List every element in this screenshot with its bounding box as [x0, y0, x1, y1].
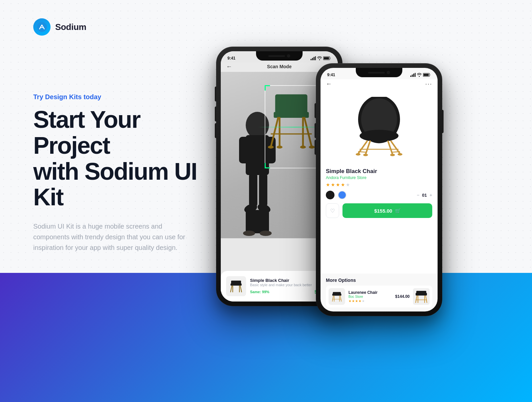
svg-rect-19: [275, 95, 308, 113]
svg-rect-9: [239, 137, 249, 163]
time-front: 9:41: [327, 73, 335, 77]
svg-rect-12: [259, 173, 267, 207]
wifi-icon-2: [417, 73, 422, 77]
svg-rect-11: [249, 173, 257, 207]
svg-line-52: [392, 152, 400, 152]
qty-value: 01: [422, 193, 427, 198]
phones-container: 9:41: [206, 20, 532, 353]
svg-rect-65: [416, 291, 426, 294]
product-actions: ♡ $155.00 🛒: [326, 203, 432, 218]
svg-line-60: [340, 296, 341, 302]
svg-rect-1: [311, 59, 312, 60]
cart-price: $155.00: [374, 208, 392, 214]
phone-shell-front: 9:41: [316, 63, 442, 316]
svg-rect-38: [412, 75, 413, 77]
speaker-back: [268, 55, 285, 57]
svg-rect-15: [246, 210, 269, 233]
option-store-1: Boc Store: [348, 295, 392, 299]
svg-point-30: [309, 146, 315, 149]
option-rating-1: ★ ★ ★ ★ ★: [348, 299, 392, 303]
star-4: ★: [341, 182, 345, 187]
status-icons-back: [311, 56, 331, 60]
scan-same-label: Same: 99%: [250, 290, 269, 294]
phone-front: 9:41: [316, 63, 442, 316]
svg-point-27: [268, 146, 274, 149]
svg-rect-58: [333, 292, 341, 294]
add-to-cart-button[interactable]: $155.00 🛒: [342, 203, 432, 218]
svg-point-53: [356, 153, 360, 155]
scan-back-button[interactable]: ←: [226, 63, 232, 70]
product-title: Simple Black Chair: [326, 168, 432, 175]
left-content: Try Design Kits today Start Your Project…: [33, 93, 219, 253]
logo-svg: [37, 22, 47, 32]
speaker-front: [368, 72, 385, 74]
qty-decrease-button[interactable]: −: [417, 192, 419, 198]
phone-screen-front: 9:41: [321, 68, 438, 311]
svg-line-67: [426, 296, 427, 303]
wifi-icon: [317, 56, 322, 60]
headline-line2: with Sodium UI Kit: [33, 158, 197, 211]
status-icons-front: [410, 73, 431, 77]
option-right-img-svg: [413, 288, 430, 305]
star-5-empty: ★: [346, 182, 350, 187]
svg-line-34: [240, 286, 242, 292]
cart-icon: 🛒: [395, 208, 401, 213]
opt-star-3: ★: [355, 299, 358, 303]
option-thumbnail-1: [329, 288, 345, 305]
qty-increase-button[interactable]: +: [430, 192, 432, 198]
product-menu-button[interactable]: ···: [425, 81, 432, 88]
svg-point-17: [260, 231, 272, 236]
option-chair-svg: [330, 290, 343, 303]
time-back: 9:41: [227, 56, 235, 61]
svg-line-59: [332, 296, 333, 302]
star-3: ★: [336, 182, 340, 187]
svg-rect-6: [324, 57, 329, 60]
wishlist-button[interactable]: ♡: [326, 203, 339, 218]
svg-point-56: [398, 153, 402, 155]
option-info-1: Laurenee Chair Boc Store ★ ★ ★ ★ ★: [348, 290, 392, 303]
signal-icon-2: [410, 73, 416, 77]
color-swatch-blue[interactable]: [338, 191, 346, 199]
color-swatch-black[interactable]: [326, 191, 334, 199]
scan-chair-thumbnail: [226, 276, 246, 296]
opt-star-5: ★: [362, 299, 365, 303]
chair-scan-svg: [261, 89, 321, 162]
svg-point-45: [360, 130, 399, 142]
product-screen: 9:41: [321, 68, 438, 311]
more-options-section: More Options: [321, 274, 438, 311]
option-item-1[interactable]: Laurenee Chair Boc Store ★ ★ ★ ★ ★: [326, 286, 432, 307]
svg-point-16: [243, 231, 255, 236]
battery-icon: [323, 56, 331, 60]
tag-line: Try Design Kits today: [33, 93, 219, 101]
battery-icon-2: [423, 73, 431, 77]
color-qty-row: − 01 +: [326, 191, 432, 199]
product-store: Andora Furniture Store: [326, 175, 432, 180]
svg-point-0: [37, 22, 47, 32]
svg-point-28: [277, 146, 283, 149]
svg-line-21: [305, 118, 312, 147]
option-price-1: $144.00: [395, 294, 410, 299]
notch-back: [256, 51, 303, 61]
svg-point-29: [300, 146, 306, 149]
product-header: ← ···: [321, 79, 438, 90]
thumb-chair-svg: [228, 278, 244, 295]
svg-line-33: [230, 286, 232, 292]
qty-control: − 01 +: [417, 192, 432, 198]
logo-icon[interactable]: [33, 18, 51, 36]
option-image-right-1: [413, 288, 430, 305]
product-rating: ★ ★ ★ ★ ★: [326, 182, 432, 187]
frame-corner-bl: [265, 163, 270, 168]
svg-point-54: [363, 154, 368, 156]
product-info: Simple Black Chair Andora Furniture Stor…: [321, 163, 438, 274]
camera-back: [287, 54, 290, 58]
brand-name: Sodium: [55, 22, 86, 32]
svg-line-20: [271, 118, 278, 147]
opt-star-1: ★: [348, 299, 351, 303]
product-image-area: [321, 90, 438, 163]
scan-title: Scan Mode: [267, 64, 292, 69]
product-back-button[interactable]: ←: [326, 81, 332, 88]
product-chair-svg: [349, 97, 409, 157]
svg-rect-39: [413, 74, 414, 77]
more-options-title: More Options: [326, 278, 432, 283]
svg-rect-2: [312, 58, 313, 60]
